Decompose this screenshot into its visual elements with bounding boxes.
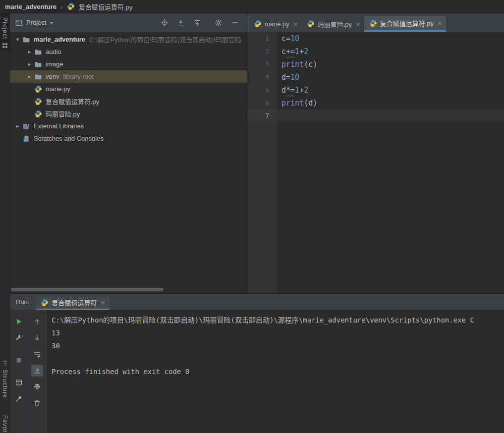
code-line[interactable]: c+=1+2 (277, 45, 504, 58)
tree-item-path: C:\解压Python的项目\玛丽冒险(双击即启动)\玛丽冒险 (89, 35, 241, 44)
console-line: 30 (52, 339, 504, 352)
folder-icon (34, 73, 43, 81)
breadcrumb-file: 复合赋值运算符.py (79, 2, 132, 11)
stripe-button-favorites[interactable]: Favorites (1, 413, 8, 433)
chevron-collapsed-icon[interactable]: ▸ (13, 123, 22, 129)
left-tool-window-stripe: Project Structure Favorites (0, 13, 10, 433)
code-line[interactable]: d=10 (277, 71, 504, 84)
run-tab[interactable]: 复合赋值运算符 × (36, 296, 110, 310)
tree-row[interactable]: marie.py (10, 83, 247, 95)
tree-row[interactable]: ▸image (10, 58, 247, 70)
project-pane-icon (15, 19, 23, 27)
console-line (52, 352, 504, 365)
breadcrumb-project: marie_adventure (5, 3, 56, 10)
console-line: C:\解压Python的项目\玛丽冒险(双击即启动)\玛丽冒险(双击即启动)\源… (52, 314, 504, 326)
clear-all-icon[interactable] (31, 397, 43, 409)
gutter (247, 122, 277, 293)
code-line[interactable]: print(c) (277, 58, 504, 71)
gutter-line-number[interactable]: 6 (247, 97, 277, 109)
tree-row[interactable]: 玛丽冒险.py (10, 108, 247, 120)
editor-line: 5d*=1+2 (247, 84, 504, 97)
code-line[interactable]: c=10 (277, 32, 504, 45)
collapse-all-icon[interactable] (193, 19, 201, 27)
python-file-icon (34, 110, 43, 118)
code-token: 1 (295, 86, 299, 95)
tree-item-label: audio (46, 48, 61, 55)
close-icon[interactable]: × (293, 20, 298, 28)
python-file-icon (67, 2, 75, 10)
project-panel: Project ▾marie_adventureC:\解压Python的项目\玛… (10, 13, 247, 293)
stop-icon[interactable] (13, 354, 25, 366)
project-panel-title[interactable]: Project (26, 19, 46, 26)
code-token: *= (286, 86, 295, 95)
gutter-line-number[interactable]: 4 (247, 71, 277, 84)
editor-tab[interactable]: 复合赋值运算符.py× (364, 16, 446, 32)
pin-tab-icon[interactable] (13, 393, 25, 405)
editor: 1c=102c+=1+23print(c)4d=105d*=1+26print(… (247, 32, 504, 293)
close-icon[interactable]: × (101, 299, 105, 306)
stripe-button-structure[interactable]: Structure (1, 359, 8, 400)
title-bar: marie_adventure › 复合赋值运算符.py (0, 0, 504, 13)
stripe-button-project[interactable]: Project (0, 13, 9, 50)
chevron-down-icon[interactable] (50, 22, 54, 24)
tree-item-label: marie_adventure (34, 36, 85, 43)
print-icon[interactable] (31, 381, 43, 393)
gutter-line-number[interactable]: 3 (247, 58, 277, 71)
down-the-stack-trace-icon[interactable] (31, 332, 43, 344)
python-file-icon (34, 85, 43, 93)
code-token: print (281, 60, 304, 69)
restore-layout-icon[interactable] (13, 377, 25, 388)
rerun-icon[interactable] (13, 316, 25, 327)
code-token: (d) (304, 99, 317, 108)
chevron-expanded-icon[interactable]: ▾ (13, 36, 22, 43)
python-file-icon (34, 98, 43, 106)
tree-row[interactable]: ▸venvlibrary root (10, 70, 247, 83)
edit-settings-icon[interactable] (13, 332, 25, 344)
code-token: c (281, 47, 286, 56)
close-icon[interactable]: × (356, 20, 360, 28)
gutter-line-number[interactable]: 7 (247, 109, 277, 122)
tree-row[interactable]: ▸External Libraries (10, 120, 247, 132)
python-file-icon (369, 19, 377, 27)
gutter-line-number[interactable]: 5 (247, 84, 277, 97)
run-tab-label: 复合赋值运算符 (52, 298, 97, 307)
code-line[interactable]: d*=1+2 (277, 84, 504, 97)
run-panel-label: Run: (16, 298, 29, 306)
code-line[interactable] (277, 109, 504, 122)
chevron-collapsed-icon[interactable]: ▸ (25, 73, 34, 80)
expand-all-icon[interactable] (177, 19, 185, 27)
editor-tab[interactable]: 玛丽冒险.py× (302, 16, 364, 32)
tree-row[interactable]: ▾marie_adventureC:\解压Python的项目\玛丽冒险(双击即启… (10, 33, 247, 46)
code-token: 10 (290, 34, 299, 43)
soft-wrap-icon[interactable] (31, 348, 43, 360)
close-icon[interactable]: × (438, 19, 442, 27)
up-the-stack-trace-icon[interactable] (31, 316, 43, 327)
code-token: print (281, 99, 304, 108)
chevron-collapsed-icon[interactable]: ▸ (25, 61, 34, 67)
console-output[interactable]: C:\解压Python的项目\玛丽冒险(双击即启动)\玛丽冒险(双击即启动)\源… (47, 310, 504, 433)
breadcrumb-chevron-icon: › (60, 3, 63, 10)
editor-background[interactable] (277, 122, 504, 293)
run-panel-header: Run: 复合赋值运算符 × (10, 294, 504, 310)
tree-row[interactable]: Scratches and Consoles (10, 132, 247, 145)
chevron-collapsed-icon[interactable]: ▸ (25, 49, 34, 55)
gutter-line-number[interactable]: 1 (247, 32, 277, 45)
horizontal-scrollbar[interactable] (11, 288, 164, 291)
code-token: 2 (304, 47, 308, 56)
editor-empty-space[interactable] (247, 122, 504, 293)
folder-icon (34, 60, 43, 68)
locate-file-icon[interactable] (161, 19, 168, 27)
editor-tab-bar: marie.py×玛丽冒险.py×复合赋值运算符.py× (247, 13, 504, 32)
code-line[interactable]: print(d) (277, 97, 504, 109)
editor-line: 7 (247, 109, 504, 122)
python-file-icon (254, 20, 262, 28)
hide-panel-icon[interactable] (231, 19, 239, 27)
scroll-to-end-icon[interactable] (31, 365, 43, 377)
editor-tab[interactable]: marie.py× (249, 16, 302, 32)
code-token: += (286, 47, 295, 56)
tree-row[interactable]: ▸audio (10, 46, 247, 58)
settings-icon[interactable] (215, 19, 223, 27)
gutter-line-number[interactable]: 2 (247, 45, 277, 58)
tree-row[interactable]: 复合赋值运算符.py (10, 95, 247, 108)
project-tree: ▾marie_adventureC:\解压Python的项目\玛丽冒险(双击即启… (10, 32, 247, 293)
